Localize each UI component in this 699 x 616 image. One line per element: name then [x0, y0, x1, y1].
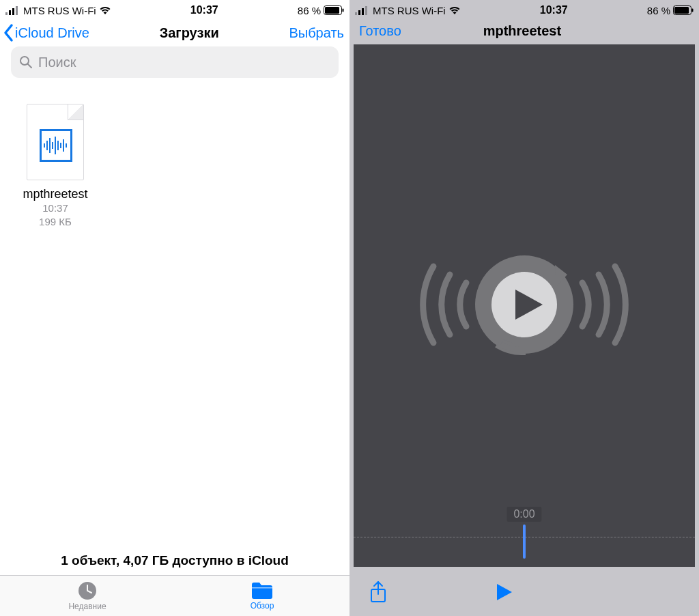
- tab-recent[interactable]: Недавние: [0, 576, 175, 616]
- file-name: mpthreetest: [11, 187, 100, 201]
- files-pane: MTS RUS Wi-Fi 10:37 86 % iCloud Drive За…: [0, 0, 350, 616]
- player-viewport[interactable]: 0:00: [354, 44, 695, 567]
- search-input[interactable]: Поиск: [11, 46, 339, 78]
- status-bar: MTS RUS Wi-Fi 10:37 86 %: [350, 0, 699, 18]
- share-button[interactable]: [369, 580, 388, 606]
- file-grid: mpthreetest 10:37 199 КБ: [0, 83, 350, 545]
- chevron-left-icon: [3, 23, 15, 42]
- battery-icon: [324, 5, 344, 15]
- carrier-label: MTS RUS Wi-Fi: [373, 5, 446, 16]
- signal-icon: [5, 5, 20, 15]
- player-nav: Готово mpthreetest: [350, 18, 699, 44]
- svg-rect-25: [674, 7, 689, 14]
- player-pane: MTS RUS Wi-Fi 10:37 86 % Готово mpthreet…: [350, 0, 699, 616]
- scrubber[interactable]: 0:00: [354, 519, 695, 567]
- battery-icon: [673, 5, 694, 15]
- nav-bar: iCloud Drive Загрузки Выбрать: [0, 18, 350, 46]
- svg-rect-6: [343, 9, 344, 12]
- battery-percent: 86 %: [298, 5, 321, 16]
- battery-percent: 86 %: [647, 5, 670, 16]
- tab-bar: Недавние Обзор: [0, 575, 350, 616]
- scrubber-playhead[interactable]: [523, 524, 526, 559]
- audio-waveform-icon: [40, 129, 72, 162]
- search-icon: [19, 55, 33, 69]
- wifi-icon: [99, 5, 111, 15]
- tab-browse[interactable]: Обзор: [175, 576, 350, 616]
- status-time: 10:37: [190, 4, 218, 16]
- svg-rect-3: [16, 6, 18, 15]
- nav-title: Загрузки: [160, 25, 219, 41]
- file-thumbnail: [27, 104, 84, 180]
- carrier-label: MTS RUS Wi-Fi: [23, 5, 96, 16]
- tab-label: Обзор: [251, 601, 274, 611]
- svg-rect-2: [12, 8, 14, 15]
- svg-rect-1: [9, 10, 11, 15]
- svg-rect-19: [252, 587, 272, 589]
- svg-rect-21: [358, 10, 360, 15]
- svg-rect-5: [325, 7, 339, 14]
- folder-icon: [251, 582, 273, 600]
- playback-time: 0:00: [507, 507, 541, 522]
- player-toolbar: [350, 571, 699, 616]
- select-button[interactable]: Выбрать: [289, 25, 344, 41]
- wifi-icon: [448, 5, 461, 15]
- svg-marker-32: [497, 584, 512, 600]
- svg-rect-0: [5, 12, 8, 15]
- audio-play-icon[interactable]: [398, 236, 651, 373]
- svg-rect-20: [355, 12, 357, 15]
- play-icon: [494, 582, 514, 602]
- player-title: mpthreetest: [354, 23, 691, 39]
- play-button[interactable]: [494, 582, 514, 605]
- svg-line-8: [28, 64, 31, 68]
- file-size: 199 КБ: [11, 215, 100, 229]
- tab-label: Недавние: [68, 602, 106, 611]
- status-time: 10:37: [540, 4, 568, 16]
- svg-point-7: [20, 57, 29, 65]
- clock-icon: [78, 581, 97, 600]
- file-time: 10:37: [11, 201, 100, 215]
- svg-rect-26: [692, 9, 694, 12]
- svg-rect-23: [365, 6, 367, 15]
- svg-rect-22: [362, 8, 364, 15]
- back-label: iCloud Drive: [15, 25, 89, 41]
- signal-icon: [355, 5, 370, 15]
- file-item[interactable]: mpthreetest 10:37 199 КБ: [11, 104, 100, 228]
- back-button[interactable]: iCloud Drive: [3, 23, 89, 42]
- share-icon: [369, 580, 388, 604]
- search-placeholder: Поиск: [38, 55, 76, 70]
- status-bar: MTS RUS Wi-Fi 10:37 86 %: [0, 0, 350, 18]
- storage-summary: 1 объект, 4,07 ГБ доступно в iCloud: [0, 545, 350, 575]
